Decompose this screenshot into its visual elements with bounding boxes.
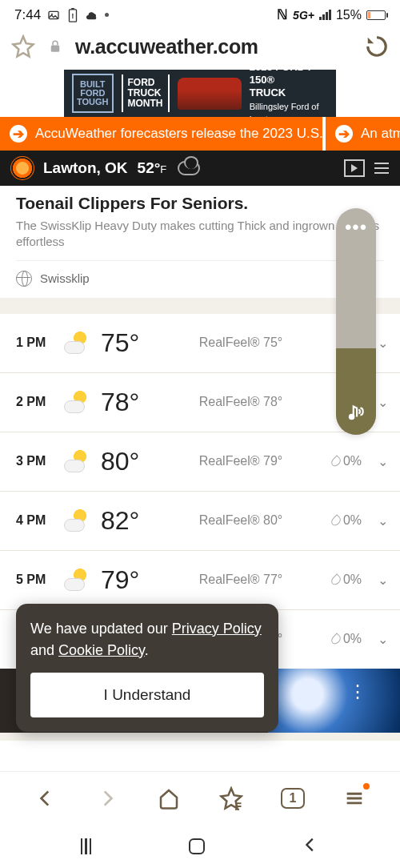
svg-rect-5	[51, 46, 60, 52]
battery-icon	[366, 10, 386, 20]
menu-button[interactable]	[374, 163, 389, 174]
ad-banner[interactable]: BUILT FORD TOUGH FORD TRUCK MONTH 2023 F…	[64, 70, 336, 117]
lock-icon	[48, 39, 62, 54]
hour-row[interactable]: 5 PM79°RealFeel® 77°0%⌄	[0, 550, 400, 609]
url-bar[interactable]: w.accuweather.com	[75, 35, 352, 58]
understand-button[interactable]: I Understand	[30, 673, 264, 718]
hour-temp: 82°	[101, 506, 165, 536]
cookie-policy-link[interactable]: Cookie Policy	[58, 642, 145, 658]
hour-time: 1 PM	[16, 336, 53, 350]
alert-text: An atmo	[361, 126, 400, 142]
sponsored-brand: Swissklip	[16, 260, 384, 291]
battery-warn-icon: !	[66, 9, 79, 22]
chevron-down-icon: ⌄	[373, 454, 392, 469]
home-system-button[interactable]	[189, 838, 205, 854]
ad-badge: BUILT FORD TOUGH	[72, 74, 114, 113]
chevron-down-icon: ⌄	[373, 573, 392, 588]
location-name[interactable]: Lawton, OK	[43, 159, 128, 177]
drop-icon	[330, 455, 342, 468]
status-bar: 7:44 ! ℕ 5G+ 15%	[0, 0, 400, 26]
chevron-down-icon: ⌄	[373, 513, 392, 528]
hour-time: 2 PM	[16, 395, 53, 409]
drop-icon	[330, 573, 342, 586]
arrow-icon: ➔	[335, 125, 353, 143]
cloud-icon	[86, 9, 98, 22]
alert-strip: ➔ AccuWeather forecasters release the 20…	[0, 117, 400, 151]
globe-icon	[16, 271, 32, 287]
hour-realfeel: RealFeel® 80°	[176, 513, 306, 528]
hour-realfeel: RealFeel® 78°	[176, 395, 306, 409]
music-icon	[346, 401, 366, 425]
status-left: 7:44 !	[14, 7, 109, 23]
hour-temp: 75°	[101, 328, 165, 358]
hour-temp: 79°	[101, 565, 165, 595]
hour-row[interactable]: 3 PM80°RealFeel® 79°0%⌄	[0, 432, 400, 491]
cookie-dialog: We have updated our Privacy Policy and C…	[16, 604, 278, 733]
hour-time: 4 PM	[16, 513, 53, 528]
hour-precip: 0%	[317, 573, 362, 587]
bookmarks-button[interactable]	[218, 785, 245, 812]
status-right: ℕ 5G+ 15%	[277, 6, 386, 23]
chevron-down-icon: ⌄	[373, 632, 392, 647]
hour-temp: 78°	[101, 388, 165, 417]
more-dots-icon[interactable]: •••	[345, 208, 367, 247]
cookie-text: We have updated our Privacy Policy and C…	[30, 618, 264, 661]
hour-realfeel: RealFeel® 77°	[176, 573, 306, 587]
ad-badge2: FORD TRUCK MONTH	[122, 74, 170, 113]
alert-1[interactable]: ➔ AccuWeather forecasters release the 20…	[0, 117, 322, 151]
truck-image	[178, 78, 242, 110]
earth-image	[268, 669, 400, 733]
hour-precip: 0%	[317, 454, 362, 468]
weather-icon	[64, 389, 90, 415]
svg-point-6	[350, 415, 354, 419]
browser-toolbar: w.accuweather.com	[0, 26, 400, 66]
brand-name: Swissklip	[40, 271, 90, 285]
weather-cloud-icon	[178, 161, 200, 175]
bookmark-button[interactable]	[11, 34, 35, 58]
drop-icon	[330, 633, 342, 645]
browser-nav: 1	[0, 771, 400, 830]
weather-icon	[64, 330, 90, 356]
more-icon[interactable]: ⋮	[349, 681, 368, 702]
home-button[interactable]	[155, 785, 182, 812]
ad-text: 2023 FORD F-150® TRUCK Billingsley Ford …	[250, 61, 328, 126]
alert-text: AccuWeather forecasters release the 2023…	[35, 126, 322, 142]
sun-icon	[11, 157, 34, 179]
svg-rect-3	[71, 8, 74, 10]
video-button[interactable]	[344, 159, 365, 177]
network-label: 5G+	[293, 9, 314, 22]
privacy-policy-link[interactable]: Privacy Policy	[172, 621, 262, 637]
clock: 7:44	[14, 7, 41, 23]
reload-button[interactable]	[365, 34, 389, 58]
forward-button[interactable]	[94, 785, 121, 812]
image-icon	[47, 9, 60, 22]
hour-row[interactable]: 4 PM82°RealFeel® 80°0%⌄	[0, 491, 400, 550]
svg-text:!: !	[71, 10, 74, 19]
sponsored-title: Toenail Clippers For Seniors.	[16, 194, 384, 213]
menu-button[interactable]	[341, 785, 368, 812]
hour-precip: 0%	[317, 513, 362, 528]
system-nav	[0, 826, 400, 868]
hour-time: 5 PM	[16, 573, 53, 587]
hour-realfeel: RealFeel® 75°	[176, 336, 306, 350]
signal-icon	[319, 10, 331, 20]
volume-slider[interactable]: •••	[336, 208, 376, 435]
back-system-button[interactable]	[302, 836, 319, 857]
ad-line1: 2023 FORD F-150®	[250, 61, 318, 86]
hour-time: 3 PM	[16, 454, 53, 468]
location-temp: 52°F	[138, 159, 167, 177]
hour-realfeel: RealFeel® 79°	[176, 454, 306, 468]
drop-icon	[330, 514, 342, 527]
sponsored-desc: The SwissKlip Heavy Duty makes cutting T…	[16, 218, 384, 251]
recents-button[interactable]	[81, 838, 92, 854]
tabs-button[interactable]: 1	[279, 785, 306, 812]
weather-icon	[64, 448, 90, 474]
alert-2[interactable]: ➔ An atmo	[326, 117, 400, 151]
arrow-icon: ➔	[10, 125, 27, 143]
ad-area: BUILT FORD TOUGH FORD TRUCK MONTH 2023 F…	[0, 70, 400, 117]
weather-icon	[64, 567, 90, 593]
ad-line2: TRUCK	[250, 86, 286, 98]
nfc-icon: ℕ	[277, 6, 288, 23]
weather-icon	[64, 508, 90, 533]
back-button[interactable]	[32, 785, 59, 812]
